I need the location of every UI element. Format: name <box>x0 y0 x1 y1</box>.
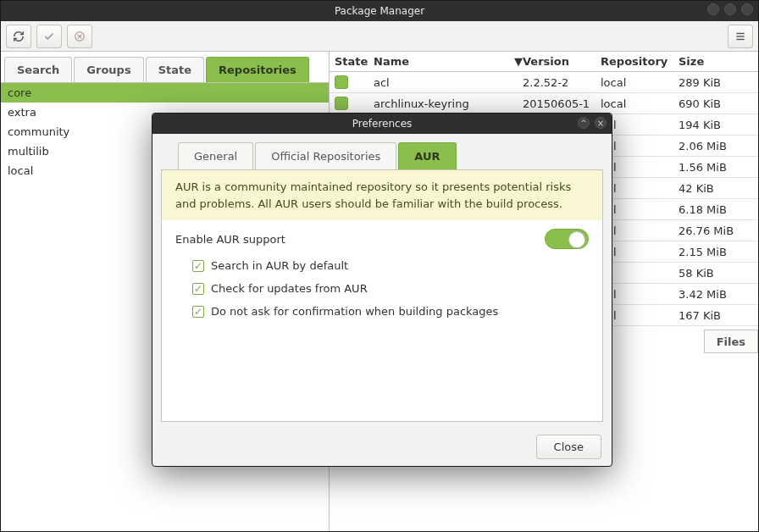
preferences-dialog: Preferences ^ × GeneralOfficial Reposito… <box>152 113 612 467</box>
dialog-footer: Close <box>152 427 612 466</box>
preferences-tabs: GeneralOfficial RepositoriesAUR <box>161 142 603 169</box>
pref-tab-aur[interactable]: AUR <box>398 142 456 169</box>
checkbox-label: Search in AUR by default <box>211 259 348 272</box>
checkbox[interactable]: ✓ <box>192 260 204 272</box>
close-button[interactable]: Close <box>536 435 601 459</box>
pref-tab-official[interactable]: Official Repositories <box>255 142 396 169</box>
dialog-up-icon[interactable]: ^ <box>578 117 590 129</box>
preferences-panel: AUR is a community maintained repository… <box>161 169 603 422</box>
pref-tab-general[interactable]: General <box>178 142 253 169</box>
checkbox-row: ✓Check for updates from AUR <box>162 277 602 300</box>
enable-aur-toggle[interactable] <box>545 229 589 249</box>
dialog-titlebar: Preferences ^ × <box>152 114 612 134</box>
aur-warning: AUR is a community maintained repository… <box>162 170 602 220</box>
dialog-title: Preferences <box>152 118 612 130</box>
checkbox-label: Check for updates from AUR <box>211 282 368 295</box>
checkbox[interactable]: ✓ <box>192 283 204 295</box>
checkbox-row: ✓Search in AUR by default <box>162 254 602 277</box>
close-button-label: Close <box>554 441 584 453</box>
overlay: Preferences ^ × GeneralOfficial Reposito… <box>0 0 759 532</box>
checkbox[interactable]: ✓ <box>192 306 204 318</box>
checkbox-label: Do not ask for confirmation when buildin… <box>211 305 498 318</box>
dialog-body: GeneralOfficial RepositoriesAUR AUR is a… <box>152 134 612 427</box>
dialog-close-icon[interactable]: × <box>595 117 607 129</box>
checkbox-row: ✓Do not ask for confirmation when buildi… <box>162 300 602 323</box>
enable-aur-row: Enable AUR support <box>162 220 602 254</box>
enable-aur-label: Enable AUR support <box>175 233 285 246</box>
